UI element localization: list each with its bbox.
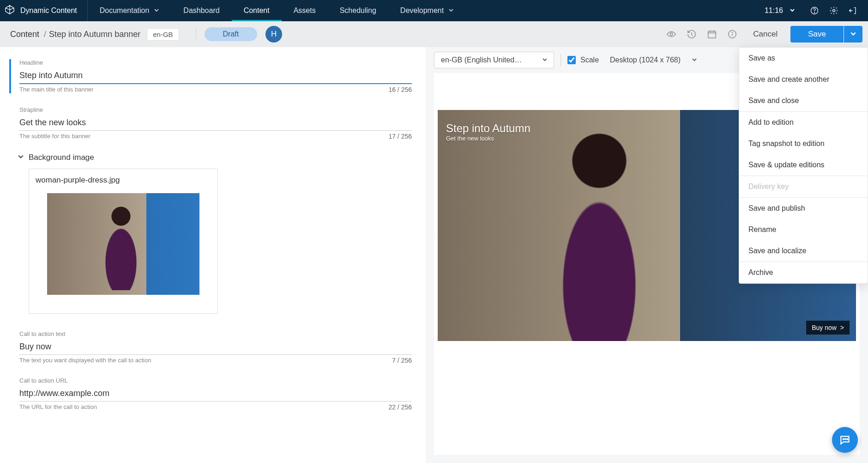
field-label: Call to action text: [19, 330, 412, 337]
menu-delivery-key: Delivery key: [739, 176, 868, 197]
cancel-button[interactable]: Cancel: [740, 30, 790, 39]
nav-label: Documentation: [100, 6, 150, 15]
nav-scheduling[interactable]: Scheduling: [328, 0, 388, 21]
field-counter: 17 / 256: [388, 133, 412, 140]
menu-tag-snapshot[interactable]: Tag snapshot to edition: [739, 133, 868, 154]
preview-icon[interactable]: [663, 26, 679, 42]
menu-save-localize[interactable]: Save and localize: [739, 240, 868, 262]
chevron-down-icon: [18, 153, 24, 162]
svg-point-9: [847, 439, 848, 439]
nav-assets[interactable]: Assets: [282, 0, 328, 21]
background-image-card[interactable]: woman-purple-dress.jpg: [29, 169, 218, 314]
strapline-input[interactable]: [19, 115, 412, 131]
field-label: Headline: [19, 59, 412, 66]
nav-label: Scheduling: [340, 6, 376, 15]
field-helper: The main title of this banner: [19, 86, 93, 93]
menu-save-create-another[interactable]: Save and create another: [739, 69, 868, 90]
menu-rename[interactable]: Rename: [739, 219, 868, 240]
top-navbar: Dynamic Content Documentation Dashboard …: [0, 0, 868, 21]
scale-checkbox-input[interactable]: [567, 56, 576, 64]
chevron-down-icon: [850, 30, 856, 38]
vertical-separator: [196, 29, 196, 40]
vertical-separator: [561, 54, 561, 67]
menu-save-publish[interactable]: Save and publish: [739, 198, 868, 219]
nav-label: Content: [244, 6, 270, 15]
nav-label: Assets: [294, 6, 316, 15]
language-value: en-GB (English United Kin...: [441, 56, 524, 64]
chevron-down-icon: [790, 6, 795, 15]
clock-time: 11:16: [765, 6, 783, 15]
nav-label: Dashboard: [183, 6, 219, 15]
sub-tools: [663, 26, 740, 42]
chat-icon[interactable]: [832, 427, 858, 453]
logout-icon[interactable]: [845, 2, 862, 19]
info-icon[interactable]: [724, 26, 740, 42]
calendar-icon[interactable]: [704, 26, 720, 42]
field-counter: 7 / 256: [392, 357, 412, 364]
save-button-group: Save: [790, 26, 862, 43]
image-thumbnail: [47, 193, 199, 295]
arrow-right-icon: >: [840, 324, 844, 331]
nav-documentation[interactable]: Documentation: [88, 0, 172, 21]
nav-dashboard[interactable]: Dashboard: [171, 0, 231, 21]
banner-cta-text: Buy now: [812, 324, 837, 331]
menu-save-close[interactable]: Save and close: [739, 90, 868, 111]
chevron-down-icon: [448, 6, 454, 15]
banner-cta[interactable]: Buy now >: [806, 321, 850, 335]
language-dropdown[interactable]: en-GB (English United Kin...: [434, 52, 554, 68]
nav-content[interactable]: Content: [232, 0, 282, 21]
menu-archive[interactable]: Archive: [739, 262, 868, 283]
banner-strapline: Get the new looks: [446, 135, 530, 142]
field-helper: The subtitle for this banner: [19, 133, 90, 140]
scale-label: Scale: [580, 56, 599, 64]
gear-icon[interactable]: [826, 2, 842, 19]
clock-dropdown[interactable]: 11:16: [756, 6, 803, 15]
field-counter: 16 / 256: [388, 86, 412, 93]
brand-logo-icon: [5, 5, 15, 17]
headline-input[interactable]: [19, 68, 412, 84]
help-icon[interactable]: [806, 2, 823, 19]
cta-text-input[interactable]: [19, 339, 412, 355]
menu-add-to-edition[interactable]: Add to edition: [739, 112, 868, 133]
brand: Dynamic Content: [0, 0, 88, 21]
menu-save-update-editions[interactable]: Save & update editions: [739, 154, 868, 176]
avatar[interactable]: H: [265, 26, 282, 43]
field-cta-text: Call to action text The text you want di…: [9, 330, 412, 364]
chevron-down-icon: [692, 56, 697, 64]
section-label: Background image: [29, 153, 94, 162]
field-strapline: Strapline The subtitle for this banner 1…: [9, 106, 412, 140]
banner-headline: Step into Autumn: [446, 122, 530, 135]
field-helper: The text you want displayed with the cal…: [19, 357, 151, 364]
breadcrumb-leaf: Step into Autumn banner: [49, 30, 140, 39]
form-panel: Headline The main title of this banner 1…: [0, 47, 426, 463]
save-menu: Save as Save and create another Save and…: [739, 47, 868, 284]
svg-rect-4: [708, 31, 716, 38]
save-button[interactable]: Save: [790, 26, 844, 43]
breadcrumb-root[interactable]: Content: [10, 30, 39, 39]
top-right-controls: 11:16: [756, 0, 868, 21]
menu-save-as[interactable]: Save as: [739, 48, 868, 69]
field-headline: Headline The main title of this banner 1…: [9, 59, 412, 93]
nav-development[interactable]: Development: [388, 0, 466, 21]
svg-point-7: [843, 439, 844, 439]
svg-point-8: [845, 439, 846, 439]
locale-chip[interactable]: en-GB: [147, 28, 179, 41]
scale-checkbox[interactable]: Scale: [567, 56, 599, 64]
image-filename: woman-purple-dress.jpg: [36, 176, 211, 185]
brand-name: Dynamic Content: [20, 6, 77, 15]
top-nav: Documentation Dashboard Content Assets S…: [88, 0, 466, 21]
breadcrumb-separator: /: [44, 30, 46, 39]
svg-point-3: [670, 33, 673, 36]
history-icon[interactable]: [684, 26, 699, 42]
sub-header: Content / Step into Autumn banner en-GB …: [0, 21, 868, 47]
save-dropdown-toggle[interactable]: [844, 26, 862, 43]
chevron-down-icon: [154, 6, 159, 15]
field-counter: 22 / 256: [388, 403, 412, 411]
svg-point-2: [833, 10, 835, 12]
cta-url-input[interactable]: [19, 386, 412, 402]
field-label: Strapline: [19, 106, 412, 113]
background-image-section-toggle[interactable]: Background image: [18, 153, 412, 162]
svg-point-6: [732, 32, 733, 33]
device-dropdown[interactable]: Desktop (1024 x 768): [605, 52, 702, 68]
field-cta-url: Call to action URL The URL for the call …: [9, 377, 412, 411]
